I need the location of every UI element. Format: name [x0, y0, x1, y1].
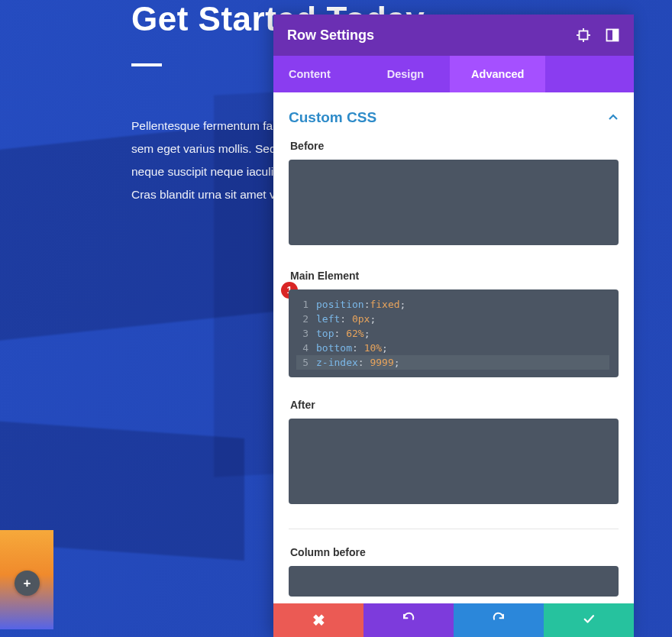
- heading-underline: [131, 63, 162, 66]
- label-column-before: Column before: [290, 546, 619, 558]
- save-button[interactable]: [544, 603, 634, 637]
- panel-footer: ✖: [273, 603, 634, 637]
- code-val: 0px: [352, 313, 370, 325]
- code-end: ;: [370, 313, 376, 325]
- tab-content[interactable]: Content: [273, 56, 361, 92]
- code-val: 62%: [346, 328, 363, 339]
- panel-title: Row Settings: [287, 27, 562, 44]
- row-settings-panel: Row Settings Content Design Advanced Cus…: [273, 15, 634, 637]
- css-main-element-input[interactable]: 1position:fixed; 2left: 0px; 3top: 62%; …: [289, 289, 619, 377]
- code-prop: z-index: [316, 357, 358, 368]
- svg-rect-6: [612, 30, 619, 41]
- code-end: ;: [382, 342, 388, 354]
- code-val: fixed: [370, 299, 399, 310]
- label-after: After: [290, 399, 619, 411]
- section-title: Custom CSS: [289, 109, 608, 126]
- code-end: ;: [364, 328, 370, 339]
- code-sep: :: [352, 342, 364, 354]
- code-sep: :: [334, 328, 346, 339]
- code-prop: left: [316, 313, 340, 325]
- code-val: 9999: [370, 357, 393, 368]
- redo-icon: [492, 612, 506, 629]
- close-icon: ✖: [312, 611, 325, 629]
- label-main-element: Main Element: [290, 270, 619, 282]
- svg-rect-0: [580, 31, 588, 40]
- css-after-input[interactable]: [289, 419, 619, 504]
- panel-scroll-area[interactable]: Custom CSS Before Main Element 1 1positi…: [273, 92, 634, 603]
- code-sep: :: [340, 313, 352, 325]
- chevron-up-icon: [608, 112, 619, 123]
- section-toggle-custom-css[interactable]: Custom CSS: [289, 109, 619, 126]
- tab-advanced[interactable]: Advanced: [450, 56, 545, 92]
- expand-icon[interactable]: [576, 27, 591, 43]
- tab-design[interactable]: Design: [361, 56, 450, 92]
- gutter-1: 1: [296, 297, 309, 312]
- snap-right-icon[interactable]: [605, 27, 620, 43]
- cancel-button[interactable]: ✖: [273, 603, 363, 637]
- code-prop: bottom: [316, 342, 352, 354]
- css-before-input[interactable]: [289, 160, 619, 245]
- gutter-5: 5: [296, 355, 309, 370]
- code-prop: position: [316, 299, 364, 310]
- redo-button[interactable]: [454, 603, 544, 637]
- panel-titlebar[interactable]: Row Settings: [273, 15, 634, 56]
- check-icon: [582, 612, 596, 629]
- code-prop: top: [316, 328, 334, 339]
- code-end: ;: [400, 299, 406, 310]
- code-sep: :: [358, 357, 370, 368]
- panel-tabs: Content Design Advanced: [273, 56, 634, 92]
- gutter-2: 2: [296, 312, 309, 326]
- css-column-before-input[interactable]: [289, 566, 619, 597]
- code-end: ;: [394, 357, 400, 368]
- label-before: Before: [290, 140, 619, 152]
- gutter-4: 4: [296, 341, 309, 355]
- add-module-button[interactable]: +: [15, 571, 40, 596]
- section-divider: [289, 529, 619, 529]
- code-val: 10%: [364, 342, 382, 354]
- gutter-3: 3: [296, 326, 309, 341]
- undo-icon: [402, 612, 415, 629]
- undo-button[interactable]: [363, 603, 454, 637]
